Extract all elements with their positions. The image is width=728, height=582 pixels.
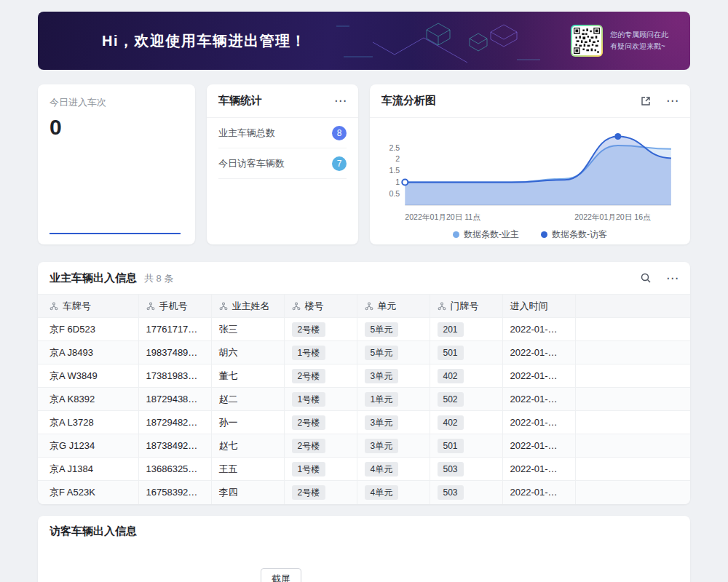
table-row: 京A J849319837489…胡六1号楼5单元5012022-01-… [38,341,690,364]
field-type-icon [219,302,228,311]
table-cell-entry-time[interactable]: 2022-01-… [502,434,575,458]
column-header-plate[interactable]: 车牌号 [38,295,138,318]
table-cell-phone[interactable]: 18729438… [138,388,211,411]
table-cell-building[interactable]: 2号楼 [284,481,357,504]
svg-text:2022年01月20日 16点: 2022年01月20日 16点 [574,212,651,221]
visitor-card-button[interactable]: 截屏 [261,568,301,582]
flow-chart-card: 车流分析图 ⋯ 0.511.522.52022年01月20日 11点2022年0… [370,84,690,244]
table-cell-phone[interactable]: 17381983… [138,364,211,388]
table-cell-plate[interactable]: 京A K8392 [38,388,138,411]
column-header-phone[interactable]: 手机号 [138,295,211,318]
table-cell-door[interactable]: 502 [430,388,502,411]
cell-tag: 5单元 [365,346,399,360]
column-header-door[interactable]: 门牌号 [430,295,502,318]
table-row: 京G J123418738492…赵七2号楼3单元5012022-01-… [38,434,690,458]
table-cell-building[interactable]: 1号楼 [284,458,357,481]
table-cell-plate[interactable]: 京A J1384 [38,458,138,481]
table-cell-owner-name[interactable]: 胡六 [211,341,284,364]
table-cell-phone[interactable]: 16758392… [138,481,211,504]
field-type-icon [438,302,446,311]
column-header-unit[interactable]: 单元 [357,295,430,318]
table-cell-blank[interactable] [575,411,690,434]
table-cell-unit[interactable]: 4单元 [357,481,430,504]
table-cell-door[interactable]: 501 [430,434,502,458]
table-cell-unit[interactable]: 1单元 [357,388,430,411]
more-menu-icon[interactable]: ⋯ [666,95,678,107]
table-cell-entry-time[interactable]: 2022-01-… [502,341,575,364]
qr-caption-line1: 您的专属顾问在此 [610,29,677,41]
table-cell-entry-time[interactable]: 2022-01-… [502,458,575,481]
table-cell-blank[interactable] [575,318,690,341]
more-menu-icon[interactable]: ⋯ [666,272,678,284]
table-cell-blank[interactable] [575,458,690,481]
table-cell-unit[interactable]: 3单元 [357,364,430,388]
column-header-owner-name[interactable]: 业主姓名 [211,295,284,318]
table-cell-unit[interactable]: 3单元 [357,411,430,434]
table-cell-owner-name[interactable]: 赵二 [211,388,284,411]
table-cell-phone[interactable]: 18729482… [138,411,211,434]
table-cell-owner-name[interactable]: 张三 [211,318,284,341]
table-cell-door[interactable]: 503 [430,481,502,504]
column-header-building[interactable]: 楼号 [284,295,357,318]
table-cell-building[interactable]: 2号楼 [284,364,357,388]
table-cell-owner-name[interactable]: 王五 [211,458,284,481]
table-cell-phone[interactable]: 18738492… [138,434,211,458]
table-cell-blank[interactable] [575,481,690,504]
table-cell-entry-time[interactable]: 2022-01-… [502,481,575,504]
table-cell-entry-time[interactable]: 2022-01-… [502,318,575,341]
table-cell-plate[interactable]: 京A W3849 [38,364,138,388]
table-cell-door[interactable]: 402 [430,411,502,434]
table-cell-door[interactable]: 503 [430,458,502,481]
table-cell-owner-name[interactable]: 李四 [211,481,284,504]
table-cell-owner-name[interactable]: 赵七 [211,434,284,458]
table-cell-phone[interactable]: 17761717… [138,318,211,341]
cell-tag: 502 [438,392,464,407]
cell-tag: 503 [438,485,464,500]
cell-tag: 2号楼 [292,485,326,500]
stat-row: 业主车辆总数8 [218,118,347,148]
table-cell-door[interactable]: 501 [430,341,502,364]
cell-tag: 201 [438,322,464,337]
open-in-new-icon[interactable] [640,95,652,107]
search-icon[interactable] [640,272,652,284]
table-cell-building[interactable]: 1号楼 [284,341,357,364]
table-cell-phone[interactable]: 13686325… [138,458,211,481]
table-cell-plate[interactable]: 京A L3728 [38,411,138,434]
table-cell-unit[interactable]: 5单元 [357,318,430,341]
table-cell-entry-time[interactable]: 2022-01-… [502,388,575,411]
table-cell-blank[interactable] [575,388,690,411]
entry-count-underline [50,233,181,234]
table-cell-building[interactable]: 2号楼 [284,318,357,341]
table-cell-blank[interactable] [575,341,690,364]
table-cell-plate[interactable]: 京G J1234 [38,434,138,458]
more-menu-icon[interactable]: ⋯ [334,95,347,107]
table-cell-door[interactable]: 402 [430,364,502,388]
owner-table-title: 业主车辆出入信息 [50,271,137,285]
table-cell-unit[interactable]: 4单元 [357,458,430,481]
entry-count-title: 今日进入车次 [50,96,183,109]
column-header-entry-time[interactable]: 进入时间 [502,295,575,318]
table-cell-building[interactable]: 1号楼 [284,388,357,411]
cell-tag: 1号楼 [292,346,326,360]
table-cell-building[interactable]: 2号楼 [284,434,357,458]
table-cell-unit[interactable]: 3单元 [357,434,430,458]
table-cell-door[interactable]: 201 [430,318,502,341]
table-cell-blank[interactable] [575,364,690,388]
table-cell-unit[interactable]: 5单元 [357,341,430,364]
table-cell-plate[interactable]: 京F A523K [38,481,138,504]
qr-caption: 您的专属顾问在此 有疑问欢迎来戳~ [610,29,677,52]
table-cell-entry-time[interactable]: 2022-01-… [502,364,575,388]
svg-text:2022年01月20日 11点: 2022年01月20日 11点 [405,212,480,221]
cell-tag: 402 [438,369,464,383]
table-cell-phone[interactable]: 19837489… [138,341,211,364]
table-cell-building[interactable]: 2号楼 [284,411,357,434]
legend-item: 数据条数-访客 [541,228,607,241]
table-cell-owner-name[interactable]: 孙一 [211,411,284,434]
table-cell-owner-name[interactable]: 董七 [211,364,284,388]
table-cell-plate[interactable]: 京A J8493 [38,341,138,364]
table-cell-plate[interactable]: 京F 6D523 [38,318,138,341]
table-cell-entry-time[interactable]: 2022-01-… [502,411,575,434]
field-type-icon [50,302,58,311]
table-cell-blank[interactable] [575,434,690,458]
flow-chart-svg: 0.511.522.52022年01月20日 11点2022年01月20日 16… [380,122,680,224]
